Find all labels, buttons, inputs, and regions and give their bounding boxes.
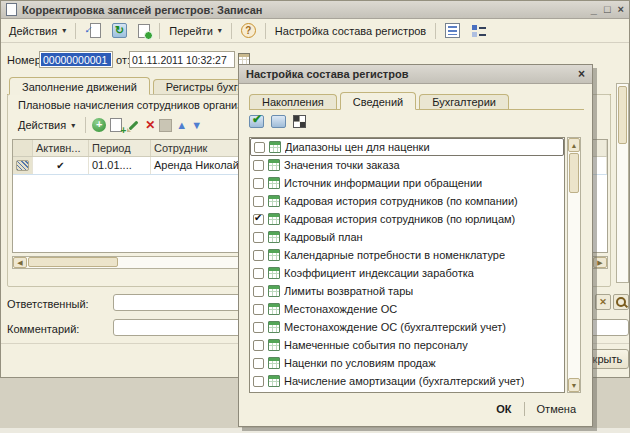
register-list-item[interactable]: Кадровый план [250,228,564,246]
date-input[interactable]: 01.11.2011 10:32:27 [129,51,235,68]
uncheck-all-icon[interactable] [271,115,286,128]
edit-record-icon[interactable] [126,118,141,132]
invert-check-icon[interactable] [293,115,306,128]
delete-record-icon[interactable]: ✕ [145,118,155,132]
register-checkbox[interactable] [253,286,264,297]
main-vscrollbar[interactable] [616,83,629,283]
new-doc-button[interactable] [134,22,154,40]
register-label: Диапазоны цен для наценки [285,141,430,153]
register-checkbox[interactable] [253,376,264,387]
move-up-icon[interactable]: ▲ [176,118,187,132]
register-list-item[interactable]: Намеченные события по персоналу [250,336,564,354]
register-checkbox[interactable] [253,340,264,351]
grid-cell[interactable]: 01.01.... [89,157,151,174]
register-list-item[interactable]: Кадровая история сотрудников (по юрлицам… [250,210,564,228]
hscroll-thumb[interactable] [28,257,118,267]
register-checkbox[interactable] [253,250,264,261]
grid-toolbar: Действия ✕ ▲ ▼ [14,117,202,133]
toolbar-separator [75,23,76,39]
actions-button[interactable]: Действия [5,23,70,39]
scroll-up-icon[interactable]: ▲ [568,138,580,152]
scroll-right-icon[interactable]: ▶ [593,257,607,268]
scroll-left-icon[interactable]: ◀ [13,257,27,268]
register-icon [268,213,280,225]
cancel-button[interactable]: Отмена [533,401,580,417]
maximize-icon[interactable]: □ [604,4,611,15]
main-toolbar: Действия Перейти Настройка состава регис… [1,19,629,43]
scroll-down-icon[interactable]: ▼ [568,378,580,392]
minimize-icon[interactable]: _ [591,4,597,15]
dialog-scroll-track[interactable] [568,194,580,378]
register-label: Намеченные события по персоналу [284,339,468,351]
window-icon [6,3,17,16]
move-down-icon[interactable]: ▼ [191,118,202,132]
dialog-scroll-thumb[interactable] [569,153,579,193]
register-list-item[interactable]: Кадровая история сотрудников (по компани… [250,192,564,210]
toolbar-separator [231,23,232,39]
register-icon [268,249,280,261]
register-list-item[interactable]: Лимиты возвратной тары [250,282,564,300]
register-list-item[interactable]: Коэффициент индексации заработка [250,264,564,282]
register-list-item[interactable]: Источник информации при обращении [250,174,564,192]
add-record-icon[interactable] [92,118,106,132]
clear-button[interactable]: ✕ [595,294,611,310]
dialog-tab-3[interactable]: Бухгалтерии [419,94,509,109]
register-icon [268,339,280,351]
row-selector-cell[interactable] [13,157,33,174]
register-list-item[interactable]: Начисление амортизации (бухгалтерский уч… [250,372,564,390]
register-icon [268,375,280,387]
register-checkbox[interactable] [253,322,264,333]
dialog-toolbar [249,115,306,128]
register-list-item[interactable]: Значения точки заказа [250,156,564,174]
register-checkbox[interactable] [253,304,264,315]
register-list-item[interactable]: Календарные потребности в номенклатуре [250,246,564,264]
ok-button[interactable]: ОК [492,401,515,417]
main-tab-1[interactable]: Заполнение движений [9,77,150,95]
dialog-title: Настройка состава регистров [246,68,578,80]
register-icon [268,357,280,369]
dialog-close-icon[interactable]: × [578,67,585,81]
register-checkbox[interactable] [253,160,264,171]
check-all-icon[interactable] [249,115,264,128]
register-checkbox[interactable] [253,196,264,207]
save-icon [85,23,101,38]
register-icon [268,321,280,333]
dialog-scrollbar[interactable]: ▲ ▼ [567,137,581,393]
register-list-item[interactable]: Местонахождение ОС (бухгалтерский учет) [250,318,564,336]
register-list-button[interactable] [441,21,464,40]
responsible-label: Ответственный: [7,298,89,310]
grid-actions-button[interactable]: Действия [14,117,79,133]
register-checkbox[interactable] [253,268,264,279]
register-checkbox[interactable] [253,178,264,189]
register-checkbox[interactable] [253,214,264,225]
register-label: Начисление амортизации (бухгалтерский уч… [284,375,524,387]
copy-record-icon[interactable] [110,118,122,132]
go-button[interactable]: Перейти [165,23,226,39]
close-icon[interactable]: × [618,4,624,15]
register-list-icon [445,23,460,38]
register-checkbox[interactable] [253,232,264,243]
register-label: Местонахождение ОС [284,303,397,315]
vscroll-thumb[interactable] [618,86,627,144]
grid-cell[interactable]: ✔ [33,157,89,174]
register-checkbox[interactable] [253,358,264,369]
register-list-item[interactable]: Наценки по условиям продаж [250,354,564,372]
register-checkbox[interactable] [254,142,265,153]
register-checklist-button[interactable] [467,21,491,40]
dialog-register-list: Диапазоны цен для наценкиЗначения точки … [249,137,565,393]
grid-header-col[interactable]: Период [89,140,151,156]
number-input[interactable]: 00000000001 [39,51,113,68]
register-label: Кадровая история сотрудников (по компани… [284,195,518,207]
register-list-item[interactable]: Местонахождение ОС [250,300,564,318]
register-list-item[interactable]: Диапазоны цен для наценки [250,138,564,156]
refresh-button[interactable] [108,21,131,40]
registers-settings-button[interactable]: Настройка состава регистров [271,23,430,39]
save-button[interactable] [81,21,105,40]
dialog-tab-1[interactable]: Накопления [249,94,337,109]
search-button[interactable] [613,294,629,310]
register-icon [268,303,280,315]
clear-icon: ✕ [599,297,607,307]
help-button[interactable] [237,21,260,40]
grid-header-col[interactable]: Активн... [33,140,89,156]
dialog-tab-2[interactable]: Сведений [340,92,416,110]
